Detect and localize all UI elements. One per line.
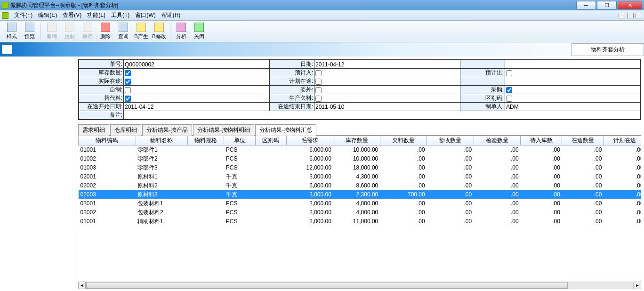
col-towh[interactable]: 待入库数	[521, 136, 562, 146]
bmod-button[interactable]: B修改	[150, 22, 168, 41]
breadcrumb-bar: 物料齐套分析	[0, 42, 644, 57]
query-button[interactable]: 查询	[114, 22, 132, 41]
alt-label: 替代料:	[79, 94, 124, 103]
result-tabs: 需求明细 仓库明细 分析结果-按产品 分析结果-按物料明细 分析结果-按物料汇总	[78, 124, 641, 136]
tab-result-by-product[interactable]: 分析结果-按产品	[142, 124, 192, 136]
preview-button[interactable]: 预览	[21, 22, 39, 41]
est-in-checkbox[interactable]	[315, 70, 322, 76]
remark-value[interactable]	[124, 111, 641, 120]
plan-transit-checkbox[interactable]	[315, 79, 322, 85]
scroll-left-icon[interactable]: ◄	[78, 282, 86, 289]
bgen-icon	[137, 23, 146, 32]
close-button[interactable]: ✕	[618, 1, 642, 9]
est-out-label: 预计出:	[460, 69, 505, 77]
table-row[interactable]: 03002包装材料2PCS3,000.004,000.00.00.00.00.0…	[79, 208, 642, 217]
menu-bar: 文件(F) 编辑(E) 查看(V) 功能(L) 工具(T) 窗口(W) 帮助(H…	[0, 10, 644, 21]
query-icon	[119, 23, 128, 32]
mdi-close-icon[interactable]	[636, 13, 642, 18]
tab-demand-detail[interactable]: 需求明细	[78, 124, 109, 136]
col-name[interactable]: 物料名称	[136, 136, 187, 146]
tab-result-by-material-detail[interactable]: 分析结果-按物料明细	[193, 124, 254, 136]
result-grid[interactable]: 物料编码物料名称物料规格单位区别码毛需求库存数量欠料数量暂收数量检验数量待入库数…	[78, 136, 641, 281]
actual-transit-checkbox[interactable]	[125, 79, 131, 85]
menu-file[interactable]: 文件(F)	[14, 11, 32, 19]
table-row[interactable]: 02002原材料2千克6,000.008,600.00.00.00.00.00.…	[79, 181, 642, 190]
outsource-checkbox[interactable]	[315, 87, 322, 93]
zone-checkbox[interactable]	[506, 96, 512, 102]
col-plan[interactable]: 计划在途	[604, 136, 641, 146]
copy-icon	[65, 23, 74, 32]
toolbar: 样式 预览 新增 重制 保存 删除 查询 B产生 B修改 分析 关闭	[0, 21, 644, 42]
document-tab-icon[interactable]	[2, 45, 12, 54]
col-short[interactable]: 欠料数量	[380, 136, 427, 146]
col-stock[interactable]: 库存数量	[333, 136, 380, 146]
purchase-label: 采购:	[460, 86, 505, 94]
close-tool-icon	[194, 23, 204, 32]
date-label: 日期:	[270, 60, 314, 69]
transit-start-value[interactable]: 2011-04-12	[124, 103, 270, 111]
style-button[interactable]: 样式	[3, 22, 21, 41]
table-row[interactable]: 03001包装材料1PCS3,000.004,000.00.00.00.00.0…	[79, 199, 642, 208]
table-row[interactable]: 01002零部件2PCS6,000.0010,000.00.00.00.00.0…	[79, 154, 642, 163]
bmod-icon	[154, 23, 164, 32]
analyze-button[interactable]: 分析	[172, 22, 190, 41]
app-icon	[2, 2, 8, 8]
bgen-button[interactable]: B产生	[132, 22, 150, 41]
form-header: 单号: Q00000002 日期: 2011-04-12 库存数量: 预计入: …	[78, 59, 641, 120]
col-gross[interactable]: 毛需求	[286, 136, 333, 146]
scroll-track[interactable]	[86, 282, 634, 289]
menu-view[interactable]: 查看(V)	[63, 11, 81, 19]
mdi-restore-icon[interactable]	[627, 13, 634, 18]
transit-end-value[interactable]: 2011-05-10	[314, 103, 460, 111]
est-out-checkbox[interactable]	[506, 70, 512, 76]
close-tool-button[interactable]: 关闭	[190, 22, 208, 41]
col-code[interactable]: 物料编码	[79, 136, 136, 146]
menu-help[interactable]: 帮助(H)	[161, 11, 181, 19]
table-row[interactable]: 02003原材料3千克3,000.002,300.00700.00.00.00.…	[79, 190, 642, 199]
table-row[interactable]: 01003零部件3PCS12,000.0018,000.00.00.00.00.…	[79, 163, 642, 172]
scroll-thumb[interactable]	[86, 282, 568, 289]
col-transit[interactable]: 在途数量	[562, 136, 604, 146]
est-in-label: 预计入:	[270, 69, 314, 77]
horizontal-scrollbar[interactable]: ◄ ►	[78, 282, 641, 289]
new-icon	[47, 23, 56, 32]
order-no-value[interactable]: Q00000002	[124, 60, 270, 69]
col-inspect[interactable]: 检验数量	[474, 136, 520, 146]
alt-checkbox[interactable]	[125, 96, 131, 102]
zone-label: 区别码:	[460, 94, 505, 103]
left-panel	[0, 57, 75, 291]
window-title: 傲鹏协同管理平台--演示版 - [物料齐套分析]	[10, 1, 118, 9]
date-value[interactable]: 2011-04-12	[314, 60, 460, 69]
selfmade-checkbox[interactable]	[125, 87, 131, 93]
preview-icon	[25, 23, 34, 32]
stock-qty-checkbox[interactable]	[125, 70, 131, 76]
table-row[interactable]: 01001零部件1PCS6,000.0010,000.00.00.00.00.0…	[79, 146, 642, 154]
menu-function[interactable]: 功能(L)	[87, 11, 105, 19]
purchase-checkbox[interactable]	[506, 87, 512, 93]
menu-edit[interactable]: 编辑(E)	[38, 11, 57, 19]
col-unit[interactable]: 单位	[224, 136, 255, 146]
table-row[interactable]: 01001辅助材料1PCS3,000.0011,000.00.00.00.00.…	[79, 217, 642, 226]
col-zone[interactable]: 区别码	[255, 136, 286, 146]
menu-window[interactable]: 窗口(W)	[135, 11, 155, 19]
outsource-label: 委外:	[270, 86, 314, 94]
new-button: 新增	[43, 22, 61, 41]
col-spec[interactable]: 物料规格	[188, 136, 224, 146]
actual-transit-label: 实际在途:	[79, 77, 124, 86]
table-row[interactable]: 02001原材料1千克3,000.004,300.00.00.00.00.00.…	[79, 172, 642, 181]
maker-value: ADM	[505, 103, 641, 111]
maximize-button[interactable]: ☐	[597, 1, 617, 9]
minimize-button[interactable]: ─	[576, 1, 596, 9]
menu-tool[interactable]: 工具(T)	[111, 11, 129, 19]
mdi-minimize-icon[interactable]	[619, 13, 625, 18]
delete-button[interactable]: 删除	[97, 22, 114, 41]
plan-transit-label: 计划在途:	[270, 77, 314, 86]
prod-short-checkbox[interactable]	[315, 96, 322, 102]
style-icon	[7, 23, 16, 32]
page-title: 物料齐套分析	[572, 43, 644, 56]
tab-warehouse-detail[interactable]: 仓库明细	[110, 124, 141, 136]
save-icon	[83, 23, 92, 32]
col-temp[interactable]: 暂收数量	[427, 136, 474, 146]
scroll-right-icon[interactable]: ►	[634, 282, 641, 289]
tab-result-by-material-summary[interactable]: 分析结果-按物料汇总	[255, 124, 316, 136]
